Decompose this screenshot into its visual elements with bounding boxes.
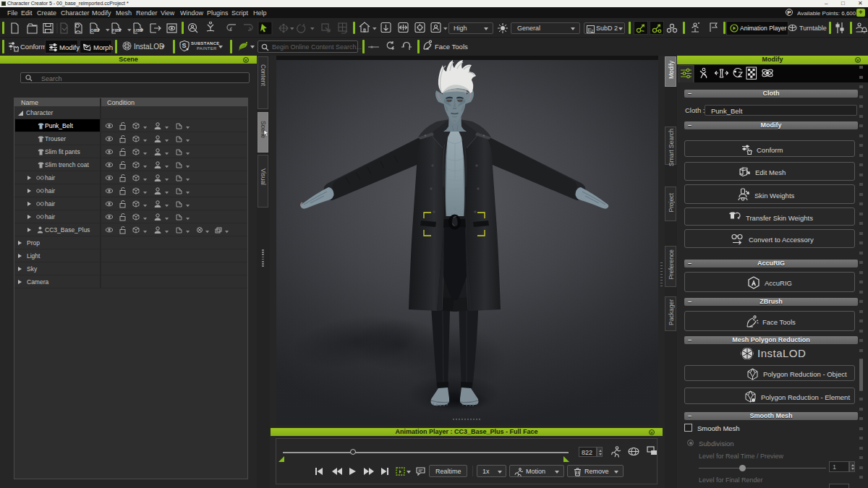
svg-text:S: S: [182, 42, 187, 49]
svg-text:FBX: FBX: [112, 28, 121, 33]
